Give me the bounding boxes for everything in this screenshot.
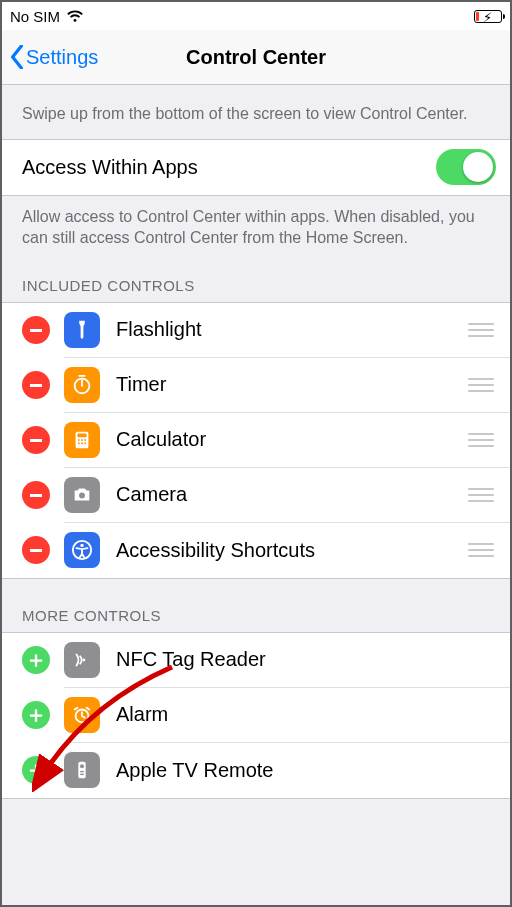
svg-point-6: [78, 442, 80, 444]
more-control-row: ＋NFC Tag Reader: [2, 633, 510, 688]
more-header: MORE CONTROLS: [2, 579, 510, 632]
carrier-text: No SIM: [10, 8, 60, 25]
access-footer: Allow access to Control Center within ap…: [2, 196, 510, 249]
status-bar: No SIM ⚡︎: [2, 2, 510, 30]
more-control-row: ＋Alarm: [2, 688, 510, 743]
back-button[interactable]: Settings: [10, 45, 98, 69]
control-label: Camera: [116, 483, 458, 506]
more-control-row: ＋Apple TV Remote: [2, 743, 510, 798]
nfc-icon: [64, 642, 100, 678]
flashlight-icon: [64, 312, 100, 348]
accessibility-icon: [64, 532, 100, 568]
control-label: Calculator: [116, 428, 458, 451]
svg-point-4: [81, 439, 83, 441]
svg-rect-2: [77, 433, 86, 437]
access-group: Access Within Apps: [2, 139, 510, 196]
included-control-row: Timer: [2, 358, 510, 413]
svg-point-8: [84, 442, 86, 444]
remove-button[interactable]: [22, 426, 50, 454]
nav-bar: Settings Control Center: [2, 30, 510, 85]
control-label: Alarm: [116, 703, 494, 726]
svg-rect-14: [78, 762, 85, 779]
remove-button[interactable]: [22, 536, 50, 564]
back-label: Settings: [26, 46, 98, 69]
access-label: Access Within Apps: [22, 156, 436, 179]
control-label: Flashlight: [116, 318, 458, 341]
control-label: NFC Tag Reader: [116, 648, 494, 671]
reorder-handle[interactable]: [468, 323, 494, 337]
add-button[interactable]: ＋: [22, 646, 50, 674]
remove-button[interactable]: [22, 481, 50, 509]
battery-icon: ⚡︎: [474, 10, 502, 23]
svg-point-7: [81, 442, 83, 444]
control-label: Accessibility Shortcuts: [116, 539, 458, 562]
control-label: Apple TV Remote: [116, 759, 494, 782]
svg-point-15: [80, 765, 84, 769]
svg-point-9: [79, 492, 85, 498]
svg-point-3: [78, 439, 80, 441]
included-header: INCLUDED CONTROLS: [2, 249, 510, 302]
included-controls: FlashlightTimerCalculatorCameraAccessibi…: [2, 302, 510, 579]
svg-point-11: [80, 544, 83, 547]
alarm-icon: [64, 697, 100, 733]
remove-button[interactable]: [22, 316, 50, 344]
included-control-row: Accessibility Shortcuts: [2, 523, 510, 578]
more-controls: ＋NFC Tag Reader＋Alarm＋Apple TV Remote: [2, 632, 510, 799]
control-label: Timer: [116, 373, 458, 396]
wifi-icon: [66, 9, 84, 23]
svg-point-12: [82, 658, 85, 661]
calculator-icon: [64, 422, 100, 458]
included-control-row: Camera: [2, 468, 510, 523]
svg-rect-17: [80, 774, 84, 775]
svg-rect-16: [80, 771, 84, 772]
access-switch[interactable]: [436, 149, 496, 185]
access-within-apps-row[interactable]: Access Within Apps: [2, 140, 510, 195]
remove-button[interactable]: [22, 371, 50, 399]
reorder-handle[interactable]: [468, 433, 494, 447]
included-control-row: Flashlight: [2, 303, 510, 358]
intro-text: Swipe up from the bottom of the screen t…: [2, 85, 510, 139]
timer-icon: [64, 367, 100, 403]
reorder-handle[interactable]: [468, 378, 494, 392]
chevron-left-icon: [10, 45, 24, 69]
included-control-row: Calculator: [2, 413, 510, 468]
reorder-handle[interactable]: [468, 488, 494, 502]
remote-icon: [64, 752, 100, 788]
svg-point-5: [84, 439, 86, 441]
add-button[interactable]: ＋: [22, 701, 50, 729]
reorder-handle[interactable]: [468, 543, 494, 557]
camera-icon: [64, 477, 100, 513]
add-button[interactable]: ＋: [22, 756, 50, 784]
